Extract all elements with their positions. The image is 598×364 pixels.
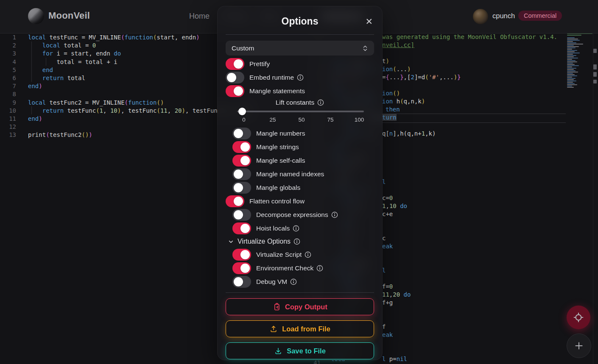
minimap-line (567, 72, 578, 72)
line-number: 13 (5, 131, 16, 139)
minimap-line (567, 69, 574, 70)
option-label: Prettify (249, 60, 270, 68)
toggle-knob (234, 183, 243, 192)
toggle-decompose-expressions[interactable] (232, 209, 251, 221)
info-icon[interactable] (317, 99, 324, 106)
option-label: Hoist locals (256, 225, 290, 232)
copy-output-button[interactable]: Copy Output (226, 298, 374, 315)
minimap-line (567, 61, 577, 62)
info-icon[interactable] (293, 225, 299, 232)
plus-icon (573, 340, 584, 351)
slider-tick: 25 (269, 117, 276, 123)
close-icon[interactable]: ✕ (365, 17, 373, 26)
obfuscated-line: turn (382, 114, 397, 122)
input-code[interactable]: local testFunc = MV_INLINE(function(star… (28, 33, 250, 139)
save-to-file-button[interactable]: Save to File (226, 342, 374, 359)
code-line: total = total + i (28, 58, 250, 66)
toggle-mangle-statements[interactable] (226, 85, 244, 97)
ruler-mark (593, 49, 597, 53)
option-row-environment-check: Environment Check (226, 261, 374, 275)
load-from-file-button[interactable]: Load from File (226, 320, 374, 337)
toggle-environment-check[interactable] (232, 262, 251, 274)
toggle-flatten-control-flow[interactable] (226, 195, 244, 207)
code-line: end) (28, 115, 250, 123)
slider-label: Lift constants (226, 99, 374, 106)
option-row-mangle-numbers: Mangle numbers (226, 127, 374, 140)
option-row-flatten-control-flow: Flatten control flow (226, 195, 374, 208)
preset-select-value: Custom (232, 44, 254, 52)
nav-home[interactable]: Home (189, 12, 210, 21)
toggle-knob (240, 142, 250, 152)
obfuscated-line: c=0 (382, 194, 393, 202)
line-number: 3 (5, 50, 16, 58)
toggle-mangle-named-indexes[interactable] (232, 168, 251, 180)
info-icon[interactable] (316, 265, 323, 272)
option-row-mangle-statements: Mangle statements (226, 84, 374, 98)
code-line: end (28, 66, 250, 74)
option-row-embed-runtime: Embed runtime (226, 71, 374, 84)
minimap-line (567, 47, 576, 48)
info-icon[interactable] (305, 251, 311, 258)
obfuscated-line: ion() (382, 89, 400, 97)
plan-badge: Commercial (518, 11, 562, 21)
info-icon[interactable] (297, 74, 304, 81)
add-button[interactable] (567, 333, 591, 358)
toggle-debug-vm[interactable] (232, 276, 251, 288)
minimap-line (567, 75, 577, 76)
minimap-line (567, 44, 583, 44)
obfuscated-line: eak (382, 331, 393, 339)
info-icon[interactable] (331, 211, 338, 218)
minimap-line (567, 64, 575, 65)
minimap-line (567, 53, 580, 53)
option-label: Flatten control flow (249, 197, 305, 205)
slider-tick: 50 (298, 117, 305, 123)
slider-lift-constants[interactable] (237, 111, 364, 112)
chevron-down-icon (228, 239, 234, 245)
minimap-line (567, 35, 581, 36)
line-number: 9 (5, 99, 16, 107)
obfuscate-button[interactable] (567, 306, 590, 329)
toggle-knob (227, 73, 236, 82)
divider (226, 34, 374, 35)
minimap-line (567, 79, 574, 80)
preset-select[interactable]: Custom (226, 41, 374, 56)
toggle-hoist-locals[interactable] (232, 222, 251, 234)
option-label: Embed runtime (249, 74, 294, 81)
toggle-mangle-self-calls[interactable] (232, 155, 251, 167)
toggle-knob (240, 264, 250, 273)
info-icon[interactable] (290, 278, 297, 285)
toggle-mangle-numbers[interactable] (232, 128, 251, 139)
indent-guide (46, 58, 46, 66)
minimap-line (567, 41, 573, 42)
option-row-virtualize-script: Virtualize Script (226, 248, 374, 261)
username: cpunch (492, 12, 515, 20)
toggle-mangle-globals[interactable] (232, 182, 251, 194)
obfuscated-line: c (382, 234, 386, 242)
toggle-mangle-strings[interactable] (232, 141, 251, 153)
toggle-knob (240, 250, 250, 259)
minimap-line (567, 51, 575, 52)
line-number: 7 (5, 82, 16, 90)
divider (226, 292, 374, 293)
modal-title: Options (218, 16, 382, 27)
code-line: return testFunc(1, 10), testFunc(11, 20)… (28, 107, 250, 115)
toggle-virtualize-script[interactable] (232, 249, 251, 261)
section-virtualize-options[interactable]: Virtualize Options (226, 235, 374, 248)
obfuscated-line: l (382, 267, 386, 275)
obfuscated-line: then (386, 106, 400, 114)
toggle-prettify[interactable] (226, 58, 244, 70)
line-number: 8 (5, 90, 16, 98)
info-icon[interactable] (293, 238, 300, 245)
minimap-line (567, 60, 576, 61)
avatar[interactable] (473, 9, 488, 24)
option-row-mangle-globals: Mangle globals (226, 181, 374, 195)
minimap-line (567, 45, 574, 46)
options-modal: Options ✕ Custom Prettify Embed runtime … (217, 6, 383, 360)
line-number: 1 (5, 33, 16, 42)
toggle-embed-runtime[interactable] (226, 72, 244, 83)
code-line: local testFunc = MV_INLINE(function(star… (28, 33, 250, 42)
ruler-mark (593, 72, 597, 77)
code-line: return total (28, 74, 250, 82)
code-line: local total = 0 (28, 42, 250, 50)
slider-knob[interactable] (238, 108, 246, 115)
